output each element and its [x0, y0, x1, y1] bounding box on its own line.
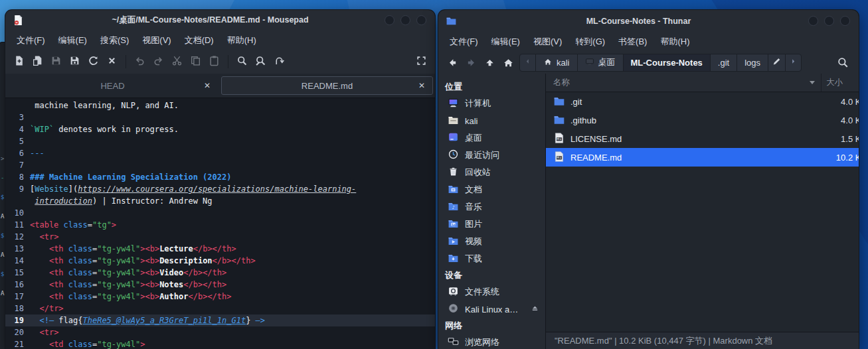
- minimize-button[interactable]: [385, 15, 394, 25]
- save-as-button[interactable]: [66, 53, 84, 70]
- edit-path-button[interactable]: [768, 54, 786, 71]
- file-row-license.md[interactable]: M↓LICENSE.md1.5 KiB: [546, 129, 859, 148]
- sidebar-item-label: Kali Linux a…: [465, 305, 518, 314]
- line-number: 21: [5, 338, 30, 349]
- file-size: 4.0 KiB: [822, 97, 859, 107]
- maximize-button[interactable]: [400, 15, 410, 25]
- file-name: LICENSE.md: [570, 134, 622, 144]
- sidebar-item-文件系统[interactable]: 文件系统: [438, 283, 545, 301]
- thunar-menu-0[interactable]: 文件(F): [444, 34, 484, 50]
- mousepad-menu-3[interactable]: 视图(V): [136, 33, 177, 48]
- mousepad-menu-4[interactable]: 文档(D): [179, 33, 220, 48]
- mousepad-menu-1[interactable]: 编辑(E): [52, 33, 93, 48]
- breadcrumb--git[interactable]: .git: [711, 54, 737, 71]
- status-bar: "README.md" | 10.2 KiB (10,447 字节) | Mar…: [546, 332, 859, 349]
- file-row-.git[interactable]: .git4.0 KiB: [546, 92, 859, 111]
- eject-icon[interactable]: [531, 304, 539, 314]
- file-row-.github[interactable]: .github4.0 KiB: [546, 111, 859, 129]
- editor-line: 13 <th class="tg-yw4l"><b>Lecture</b></t…: [5, 243, 435, 255]
- redo-button[interactable]: [149, 53, 167, 70]
- tab-close-icon[interactable]: ✕: [418, 82, 425, 90]
- back-button[interactable]: [443, 54, 462, 71]
- paste-button[interactable]: [205, 53, 223, 70]
- close-button[interactable]: [840, 16, 850, 26]
- new-file-icon: [13, 55, 25, 69]
- sidebar-item-文档[interactable]: 文档: [438, 181, 545, 198]
- sidebar-item-最近访问[interactable]: 最近访问: [438, 147, 545, 164]
- fullscreen-icon: [416, 55, 427, 69]
- tab-head[interactable]: HEAD✕: [7, 76, 218, 95]
- toolbar-separator: [228, 55, 228, 68]
- breadcrumb-桌面[interactable]: 桌面: [578, 54, 624, 71]
- cut-button[interactable]: [168, 53, 186, 70]
- minimize-button[interactable]: [808, 16, 818, 26]
- mousepad-menu-5[interactable]: 帮助(H): [221, 33, 262, 48]
- sidebar-item-视频[interactable]: 视频: [438, 233, 545, 250]
- file-row-readme.md[interactable]: M↓README.md10.2 KiB: [546, 148, 859, 167]
- file-list[interactable]: .git4.0 KiB.github4.0 KiBM↓LICENSE.md1.5…: [546, 92, 859, 332]
- tab-close-icon[interactable]: ✕: [204, 82, 211, 90]
- save-button[interactable]: [47, 53, 65, 70]
- forward-button[interactable]: [462, 54, 480, 71]
- maximize-button[interactable]: [824, 16, 834, 26]
- up-button[interactable]: [480, 54, 499, 71]
- editor-line: 20 <tr>: [5, 326, 435, 338]
- breadcrumb-kali[interactable]: kali: [536, 54, 578, 71]
- column-header-name[interactable]: 名称: [546, 74, 822, 92]
- chev-left-button[interactable]: [520, 54, 536, 71]
- path-bar: kali桌面ML-Course-Notes.gitlogs: [519, 54, 802, 72]
- code-text: <th class="tg-yw4l"><b>Lecture</b></th>: [30, 243, 236, 255]
- column-header-size[interactable]: 大小: [822, 77, 859, 88]
- mousepad-menu-0[interactable]: 文件(F): [11, 33, 51, 48]
- text-editor-area[interactable]: machine learning, NLP, and AI.34`WIP` de…: [5, 98, 435, 349]
- toolbar-separator: [126, 55, 126, 68]
- code-text: ---: [30, 147, 44, 159]
- sidebar-item-图片[interactable]: 图片: [438, 216, 545, 233]
- file-size: 10.2 KiB: [822, 153, 859, 163]
- thunar-menu-3[interactable]: 转到(G): [569, 34, 611, 50]
- thunar-menu-5[interactable]: 帮助(H): [654, 34, 695, 50]
- save-icon: [50, 55, 62, 69]
- sidebar-item-label: 文件系统: [465, 286, 499, 298]
- sidebar-item-label: kali: [465, 116, 478, 126]
- editor-line: 14 <th class="tg-yw4l"><b>Description</b…: [5, 255, 435, 267]
- line-number: 19: [5, 314, 30, 326]
- go-to-line-button[interactable]: [270, 53, 288, 70]
- close-file-button[interactable]: [103, 53, 121, 70]
- undo-button[interactable]: [131, 53, 149, 70]
- mousepad-titlebar[interactable]: ~/桌面/ML-Course-Notes/README.md - Mousepa…: [5, 10, 435, 31]
- sidebar-item-计算机[interactable]: 计算机: [438, 95, 545, 112]
- file-size: 4.0 KiB: [822, 115, 859, 125]
- home-button[interactable]: [499, 54, 517, 71]
- sidebar-item-下载[interactable]: 下载: [438, 250, 545, 267]
- open-file-button[interactable]: [29, 53, 46, 70]
- chev-right-button[interactable]: [786, 54, 801, 71]
- thunar-menu-2[interactable]: 视图(V): [527, 34, 568, 50]
- sidebar-item-kali[interactable]: kali: [438, 112, 545, 129]
- thunar-titlebar[interactable]: ML-Course-Notes - Thunar: [438, 10, 859, 32]
- folder-docs-icon: [448, 183, 459, 196]
- sidebar-item-Kali-Linux-a…[interactable]: Kali Linux a…: [438, 301, 545, 318]
- thunar-menu-1[interactable]: 编辑(E): [485, 34, 526, 50]
- markdown-file-icon: M↓: [553, 132, 565, 146]
- search-button[interactable]: [833, 54, 852, 71]
- breadcrumb-ml-course-notes[interactable]: ML-Course-Notes: [624, 54, 711, 71]
- sidebar-item-回收站[interactable]: 回收站: [438, 164, 545, 181]
- background-window-glyph: -: [1, 174, 4, 181]
- close-button[interactable]: [416, 15, 426, 25]
- find-replace-button[interactable]: [252, 53, 270, 70]
- tab-readme-md[interactable]: README.md✕: [221, 76, 433, 95]
- new-file-button[interactable]: [10, 53, 28, 70]
- copy-button[interactable]: [187, 53, 205, 70]
- sidebar-item-桌面[interactable]: 桌面: [438, 129, 545, 147]
- background-window-glyph: A: [1, 251, 4, 258]
- breadcrumb-logs[interactable]: logs: [737, 54, 768, 71]
- mousepad-menu-2[interactable]: 搜索(S): [94, 33, 135, 48]
- sidebar-item-音乐[interactable]: ♪音乐: [438, 198, 545, 216]
- sidebar-item-浏览网络[interactable]: 浏览网络: [438, 334, 545, 349]
- find-button[interactable]: [233, 53, 251, 70]
- editor-line: 7: [5, 159, 435, 171]
- reload-button[interactable]: [84, 53, 102, 70]
- thunar-menu-4[interactable]: 书签(B): [612, 34, 653, 50]
- fullscreen-button[interactable]: [412, 53, 430, 70]
